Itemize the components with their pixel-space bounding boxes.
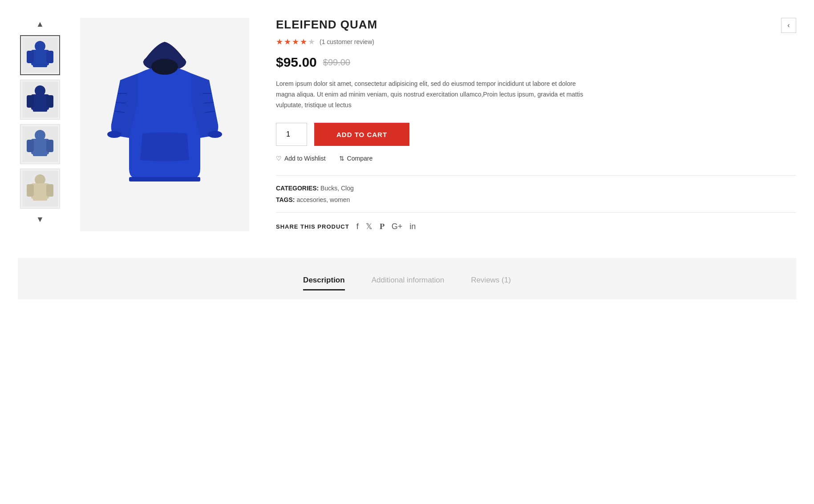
star-rating: ★ ★ ★ ★ ★ [276, 37, 315, 47]
wishlist-button[interactable]: ♡ Add to Wishlist [276, 155, 326, 162]
svg-point-33 [107, 131, 121, 138]
price-row: $95.00 $99.00 [276, 55, 796, 70]
thumbnail-1[interactable] [20, 35, 60, 75]
tags-value-text: accesories, women [296, 196, 350, 203]
svg-rect-5 [33, 62, 47, 67]
star-3: ★ [292, 37, 299, 47]
product-title: ELEIFEND QUAM [276, 18, 796, 32]
tabs-nav: Description Additional information Revie… [18, 276, 796, 299]
price-original: $99.00 [323, 57, 350, 68]
tags-row: TAGS: accesories, women [276, 196, 796, 203]
svg-rect-11 [33, 106, 47, 112]
add-to-cart-row: 1 ADD TO CART [276, 123, 796, 146]
thumbnail-4[interactable] [20, 169, 60, 209]
svg-rect-3 [27, 51, 34, 63]
googleplus-icon[interactable]: G+ [392, 222, 403, 231]
product-description: Lorem ipsum dolor sit amet, consectetur … [276, 79, 596, 110]
product-info: ELEIFEND QUAM ★ ★ ★ ★ ★ (1 customer revi… [267, 18, 796, 231]
categories-row: CATEGORIES: Bucks, Clog [276, 185, 796, 192]
linkedin-icon[interactable]: in [409, 222, 416, 231]
svg-rect-15 [27, 140, 34, 152]
star-1: ★ [276, 37, 283, 47]
star-4: ★ [300, 37, 307, 47]
wishlist-compare-row: ♡ Add to Wishlist ⇅ Compare [276, 155, 796, 162]
svg-rect-4 [46, 51, 53, 63]
thumb-down-button[interactable]: ▼ [32, 213, 48, 226]
chevron-left-icon: ‹ [787, 21, 790, 29]
share-label: SHARE THIS PRODUCT [276, 223, 349, 230]
categories-value-text: Bucks, Clog [320, 185, 354, 192]
tabs-section: Description Additional information Revie… [18, 258, 796, 299]
product-image-svg [93, 36, 236, 214]
svg-rect-10 [46, 95, 53, 108]
svg-rect-17 [33, 151, 47, 156]
quantity-input[interactable]: 1 [276, 123, 307, 146]
thumbnail-column: ▲ [18, 18, 62, 231]
heart-icon: ♡ [276, 155, 282, 162]
tags-label: TAGS: [276, 196, 295, 203]
price-current: $95.00 [276, 55, 317, 70]
svg-rect-21 [27, 184, 34, 197]
divider-1 [276, 175, 796, 176]
svg-rect-23 [33, 195, 47, 201]
star-5: ★ [308, 37, 315, 47]
compare-icon: ⇅ [339, 155, 344, 162]
rating-row: ★ ★ ★ ★ ★ (1 customer review) [276, 37, 796, 47]
thumbnail-3[interactable] [20, 124, 60, 164]
twitter-icon[interactable]: 𝕏 [366, 222, 373, 231]
main-product-image [80, 18, 249, 231]
thumb-up-button[interactable]: ▲ [32, 18, 48, 31]
categories-label: CATEGORIES: [276, 185, 319, 192]
svg-rect-22 [46, 184, 53, 197]
compare-label: Compare [347, 155, 373, 162]
share-row: SHARE THIS PRODUCT f 𝕏 𝐏 G+ in [276, 222, 796, 231]
svg-point-25 [151, 59, 178, 75]
wishlist-label: Add to Wishlist [284, 155, 326, 162]
pinterest-icon[interactable]: 𝐏 [380, 222, 385, 231]
back-button[interactable]: ‹ [781, 18, 796, 33]
tab-description[interactable]: Description [303, 276, 345, 290]
tab-reviews[interactable]: Reviews (1) [471, 276, 511, 290]
compare-button[interactable]: ⇅ Compare [339, 155, 373, 162]
svg-rect-32 [129, 177, 200, 181]
add-to-cart-button[interactable]: ADD TO CART [314, 123, 409, 146]
divider-2 [276, 212, 796, 213]
svg-rect-16 [46, 140, 53, 152]
facebook-icon[interactable]: f [356, 222, 359, 231]
svg-rect-9 [27, 95, 34, 108]
tab-additional-information[interactable]: Additional information [372, 276, 444, 290]
star-2: ★ [284, 37, 291, 47]
thumbnail-2[interactable] [20, 80, 60, 120]
review-count[interactable]: (1 customer review) [320, 38, 374, 45]
svg-point-34 [208, 131, 222, 138]
